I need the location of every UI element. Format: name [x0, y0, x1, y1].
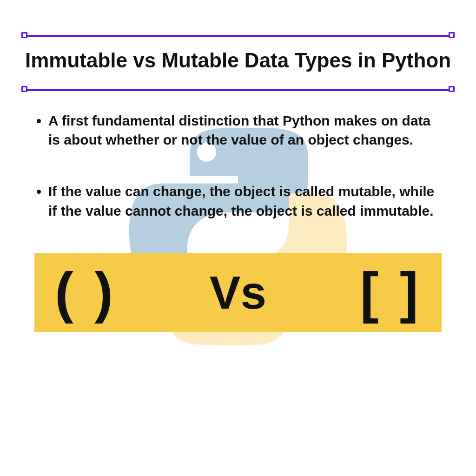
divider-handle-right [449, 86, 455, 92]
bullet-item-2: If the value can change, the object is c… [48, 182, 449, 220]
content-area: A first fundamental distinction that Pyt… [21, 111, 455, 332]
divider-bottom [21, 86, 455, 93]
divider-handle-right [449, 32, 455, 38]
slide-title: Immutable vs Mutable Data Types in Pytho… [21, 45, 455, 75]
bullet-item-1: A first fundamental distinction that Pyt… [48, 111, 449, 150]
vs-label: Vs [210, 269, 266, 316]
divider-top [21, 32, 455, 39]
divider-handle-left [21, 86, 27, 92]
divider-line [24, 35, 452, 37]
divider-line [24, 89, 452, 91]
tuple-symbol: ( ) [55, 264, 116, 320]
list-symbol: [ ] [360, 264, 421, 320]
comparison-card: ( ) Vs [ ] [34, 253, 442, 332]
bullet-list: A first fundamental distinction that Pyt… [27, 111, 449, 221]
divider-handle-left [21, 32, 27, 38]
slide: Immutable vs Mutable Data Types in Pytho… [0, 0, 476, 476]
